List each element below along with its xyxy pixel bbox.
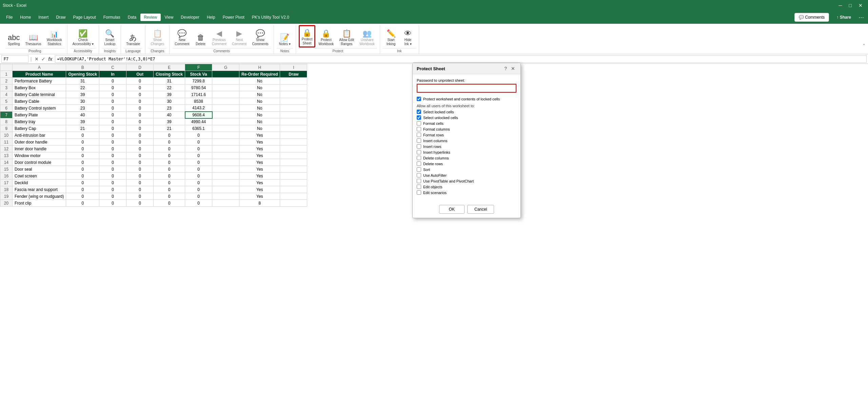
col-header-F[interactable]: F — [185, 64, 212, 71]
checkbox-format-rows[interactable] — [417, 133, 421, 137]
cell-A17[interactable]: Decklid — [13, 179, 66, 186]
col-header-H[interactable]: H — [239, 64, 280, 71]
row-header-14[interactable]: 14 — [0, 159, 13, 166]
cell-I12[interactable] — [280, 146, 307, 152]
cell-D18[interactable]: 0 — [126, 186, 154, 193]
checkbox-insert-hyperlinks[interactable] — [417, 150, 421, 154]
cell-I9[interactable] — [280, 125, 307, 132]
ribbon-collapse-icon[interactable]: ⌃ — [863, 43, 865, 47]
cell-A2[interactable]: Performance Battery — [13, 78, 66, 84]
cell-G3[interactable] — [212, 84, 239, 91]
cell-F8[interactable]: 4990.44 — [185, 118, 212, 125]
cell-H13[interactable]: Yes — [239, 152, 280, 159]
dialog-ok-button[interactable]: OK — [439, 205, 465, 214]
cell-C13[interactable]: 0 — [99, 152, 126, 159]
cell-D13[interactable]: 0 — [126, 152, 154, 159]
cell-E7[interactable]: 40 — [154, 112, 185, 118]
cell-A20[interactable]: Front clip — [13, 200, 66, 207]
menu-file[interactable]: File — [3, 14, 16, 21]
col-header-B[interactable]: B — [66, 64, 99, 71]
menu-utility-tool[interactable]: PK's Utility Tool V2.0 — [249, 14, 293, 21]
menu-draw[interactable]: Draw — [53, 14, 69, 21]
cell-F4[interactable]: 17141.6 — [185, 91, 212, 98]
cell-I17[interactable] — [280, 179, 307, 186]
cell-F7[interactable]: 9608.4 — [185, 112, 212, 118]
cell-B6[interactable]: 23 — [66, 105, 99, 112]
row-header-19[interactable]: 19 — [0, 193, 13, 200]
col-header-E[interactable]: E — [154, 64, 185, 71]
next-comment-button[interactable]: ▶ NextComment — [230, 25, 249, 47]
cell-D17[interactable]: 0 — [126, 179, 154, 186]
cell-A11[interactable]: Outer door handle — [13, 139, 66, 146]
thesaurus-button[interactable]: 📖 Thesaurus — [23, 25, 44, 47]
cell-H16[interactable]: Yes — [239, 173, 280, 179]
cell-E15[interactable]: 0 — [154, 166, 185, 173]
cell-I11[interactable] — [280, 139, 307, 146]
menu-home[interactable]: Home — [17, 14, 34, 21]
cell-E20[interactable]: 0 — [154, 200, 185, 207]
protect-workbook-button[interactable]: 🔒 ProtectWorkbook — [316, 25, 336, 47]
cell-B7[interactable]: 40 — [66, 112, 99, 118]
comments-button[interactable]: 💬 Comments — [794, 13, 829, 22]
cell-D10[interactable]: 0 — [126, 132, 154, 139]
cell-B10[interactable]: 0 — [66, 132, 99, 139]
cell-C12[interactable]: 0 — [99, 146, 126, 152]
checkbox-insert-columns[interactable] — [417, 138, 421, 143]
cell-B8[interactable]: 39 — [66, 118, 99, 125]
cell-E19[interactable]: 0 — [154, 193, 185, 200]
delete-comment-button[interactable]: 🗑 Delete — [193, 25, 209, 47]
cell-A3[interactable]: Battery Box — [13, 84, 66, 91]
cell-B5[interactable]: 30 — [66, 98, 99, 105]
cell-G20[interactable] — [212, 200, 239, 207]
dialog-cancel-button[interactable]: Cancel — [467, 205, 494, 214]
translate-button[interactable]: あ Translate — [124, 25, 142, 47]
cell-G17[interactable] — [212, 179, 239, 186]
cell-I19[interactable] — [280, 193, 307, 200]
checkbox-format-columns[interactable] — [417, 127, 421, 131]
cell-B9[interactable]: 21 — [66, 125, 99, 132]
cell-E8[interactable]: 39 — [154, 118, 185, 125]
cell-G11[interactable] — [212, 139, 239, 146]
cell-B4[interactable]: 39 — [66, 91, 99, 98]
cell-I1[interactable]: Draw — [280, 71, 307, 78]
cell-D7[interactable]: 0 — [126, 112, 154, 118]
cell-B2[interactable]: 31 — [66, 78, 99, 84]
cell-I6[interactable] — [280, 105, 307, 112]
cell-E1[interactable]: Closing Stock — [154, 71, 185, 78]
cell-B11[interactable]: 0 — [66, 139, 99, 146]
cell-E11[interactable]: 0 — [154, 139, 185, 146]
cell-C1[interactable]: In — [99, 71, 126, 78]
cell-B13[interactable]: 0 — [66, 152, 99, 159]
cell-E9[interactable]: 21 — [154, 125, 185, 132]
checkbox-delete-rows[interactable] — [417, 161, 421, 166]
cell-F6[interactable]: 4143.2 — [185, 105, 212, 112]
dialog-close-button[interactable]: ✕ — [510, 66, 516, 71]
cell-H1[interactable]: Re-Order Required — [239, 71, 280, 78]
allow-edit-ranges-button[interactable]: 📋 Allow EditRanges — [337, 25, 356, 47]
cell-D5[interactable]: 0 — [126, 98, 154, 105]
cell-H4[interactable]: No — [239, 91, 280, 98]
cell-A1[interactable]: Product Name — [13, 71, 66, 78]
checkbox-edit-scenarios[interactable] — [417, 190, 421, 195]
cell-H20[interactable]: 8 — [239, 200, 280, 207]
cell-D8[interactable]: 0 — [126, 118, 154, 125]
protect-sheet-button[interactable]: 🔒 ProtectSheet — [299, 25, 316, 47]
cell-B1[interactable]: Opening Stock — [66, 71, 99, 78]
cell-F9[interactable]: 6365.1 — [185, 125, 212, 132]
formula-cancel-icon[interactable]: ✕ — [34, 56, 40, 62]
cell-H17[interactable]: Yes — [239, 179, 280, 186]
cell-I20[interactable] — [280, 200, 307, 207]
cell-A12[interactable]: Inner door handle — [13, 146, 66, 152]
cell-F20[interactable]: 0 — [185, 200, 212, 207]
menu-insert[interactable]: Insert — [35, 14, 52, 21]
new-comment-button[interactable]: 💬 NewComment — [172, 25, 192, 47]
col-header-A[interactable]: A — [13, 64, 66, 71]
cell-G18[interactable] — [212, 186, 239, 193]
cell-D2[interactable]: 0 — [126, 78, 154, 84]
unshare-workbook-button[interactable]: 👥 UnshareWorkbook — [357, 25, 377, 47]
cell-G12[interactable] — [212, 146, 239, 152]
cell-E4[interactable]: 39 — [154, 91, 185, 98]
cell-D20[interactable]: 0 — [126, 200, 154, 207]
cell-F17[interactable]: 0 — [185, 179, 212, 186]
row-header-3[interactable]: 3 — [0, 84, 13, 91]
